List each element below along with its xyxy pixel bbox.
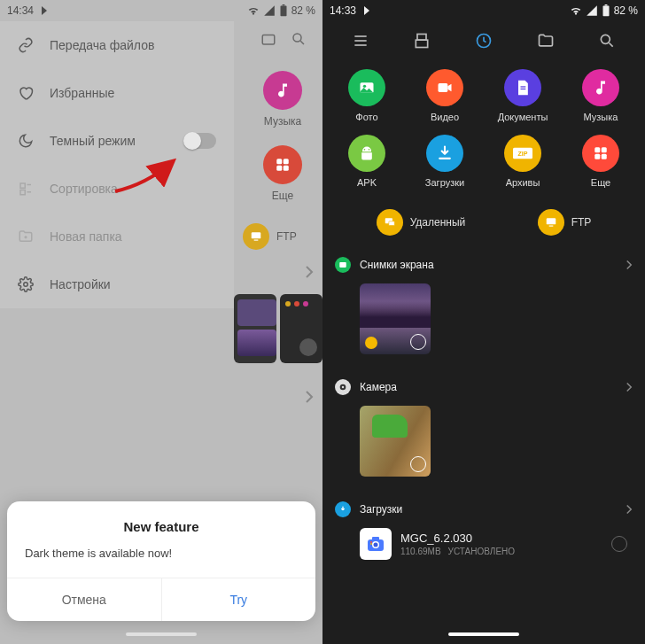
phone-right-dark: 14:33 82 % Фото Видео Документы Музыка A…: [322, 0, 645, 644]
svg-point-33: [364, 149, 366, 151]
sort-icon: [18, 181, 34, 197]
svg-rect-5: [276, 166, 282, 171]
section-screenshots: Снимки экрана: [322, 244, 645, 354]
section-header-camera[interactable]: Камера: [335, 374, 633, 400]
drawer-label: Избранные: [50, 86, 114, 100]
svg-rect-18: [602, 5, 609, 16]
ftp-access[interactable]: FTP: [538, 209, 592, 236]
cat-music[interactable]: Музыка: [564, 69, 637, 122]
cat-label: Архивы: [506, 177, 540, 188]
storage-tab[interactable]: [412, 31, 431, 50]
drawer-label: Настройки: [50, 277, 111, 291]
wifi-icon: [570, 4, 582, 17]
app-status-icon: [361, 5, 372, 16]
search-tab[interactable]: [597, 31, 617, 50]
doc-icon: [514, 79, 532, 97]
svg-rect-6: [284, 166, 289, 171]
recent-tab[interactable]: [474, 31, 493, 50]
folder-plus-icon: [18, 229, 34, 244]
drawer-item-new-folder: Новая папка: [0, 213, 234, 260]
new-feature-dialog: New feature Dark theme is available now!…: [7, 501, 315, 621]
menu-tab[interactable]: [351, 31, 370, 50]
cat-label: Музыка: [584, 112, 618, 122]
search-icon: [291, 31, 307, 47]
drawer-item-sorting: Сортировка: [0, 165, 234, 213]
cat-photo[interactable]: Фото: [330, 69, 403, 122]
cat-video[interactable]: Видео: [408, 69, 481, 122]
cat-label: APK: [357, 177, 377, 188]
statusbar-left: 14:34 82 %: [0, 0, 322, 21]
section-header-downloads[interactable]: Загрузки: [335, 496, 633, 523]
svg-rect-9: [280, 5, 286, 16]
drawer-label: Новая папка: [50, 229, 122, 244]
cat-label: Видео: [431, 112, 459, 122]
drawer-item-settings[interactable]: Настройки: [0, 260, 234, 308]
gear-icon: [18, 276, 34, 292]
moon-icon: [18, 133, 34, 149]
drawer-item-dark-mode[interactable]: Темный режим: [0, 117, 234, 165]
file-row[interactable]: MGC_6.2.030 110.69MBУСТАНОВЛЕНО: [335, 523, 633, 569]
cat-downloads[interactable]: Загрузки: [408, 135, 481, 188]
svg-rect-7: [252, 232, 261, 238]
wifi-icon: [247, 4, 260, 17]
drawer-label: Темный режим: [50, 134, 136, 148]
svg-point-17: [24, 283, 28, 287]
svg-rect-38: [602, 147, 607, 152]
status-time: 14:34: [7, 4, 34, 17]
drawer-label: Передача файлов: [50, 38, 154, 52]
quick-access-row: Удаленный FTP: [322, 209, 645, 244]
cat-apk[interactable]: APK: [330, 135, 403, 188]
monitor-icon: [545, 216, 557, 229]
section-header-screenshots[interactable]: Снимки экрана: [335, 252, 633, 278]
svg-rect-19: [604, 4, 607, 5]
svg-rect-39: [594, 154, 600, 159]
section-title: Загрузки: [360, 503, 617, 516]
select-radio[interactable]: [611, 536, 627, 552]
svg-point-26: [602, 35, 610, 43]
svg-rect-51: [372, 537, 379, 540]
cat-more[interactable]: Еще: [564, 135, 637, 188]
file-name: MGC_6.2.030: [400, 531, 602, 545]
remote-icon: [384, 216, 396, 229]
camera-app-icon: [360, 528, 392, 560]
svg-point-53: [370, 543, 372, 545]
app-status-icon: [39, 5, 50, 16]
svg-rect-40: [602, 154, 607, 159]
link-icon: [18, 37, 34, 53]
music-icon: [274, 81, 291, 99]
svg-point-52: [370, 541, 372, 543]
chevron-right-icon: [305, 390, 314, 404]
svg-rect-0: [262, 35, 275, 45]
cat-archives[interactable]: ZIPАрхивы: [486, 135, 559, 188]
svg-rect-11: [20, 183, 25, 188]
chevron-right-icon: [626, 504, 633, 515]
bg-tile-music: Музыка: [243, 71, 322, 128]
svg-point-29: [363, 85, 366, 88]
battery-icon: [279, 4, 288, 17]
download-icon: [338, 505, 347, 514]
section-camera: Камера: [322, 367, 645, 477]
cat-label: Загрузки: [425, 177, 464, 188]
screenshot-thumbnail[interactable]: [360, 283, 431, 354]
svg-point-47: [342, 386, 345, 389]
drawer-item-favorites[interactable]: Избранные: [0, 69, 234, 117]
try-button[interactable]: Try: [162, 578, 316, 621]
remote-label: Удаленный: [410, 216, 466, 229]
svg-point-1: [293, 34, 301, 42]
android-navbar[interactable]: [0, 625, 322, 644]
dark-mode-toggle[interactable]: [184, 133, 216, 149]
android-navbar[interactable]: [322, 625, 645, 644]
remote-access[interactable]: Удаленный: [377, 209, 466, 236]
cat-label: Документы: [498, 112, 548, 122]
cancel-button[interactable]: Отмена: [7, 578, 162, 621]
drawer-item-file-transfer[interactable]: Передача файлов: [0, 21, 234, 69]
section-downloads: Загрузки MGC_6.2.030 110.69MBУСТАНОВЛЕНО: [322, 489, 645, 569]
svg-rect-23: [417, 35, 426, 41]
folder-tab[interactable]: [536, 31, 556, 50]
svg-rect-3: [276, 159, 282, 164]
cat-documents[interactable]: Документы: [486, 69, 559, 122]
bg-tile-more: Еще: [243, 145, 322, 202]
camera-thumbnail[interactable]: [360, 406, 431, 477]
battery-percent: 82 %: [291, 4, 315, 17]
bg-ftp-label: FTP: [276, 230, 297, 243]
